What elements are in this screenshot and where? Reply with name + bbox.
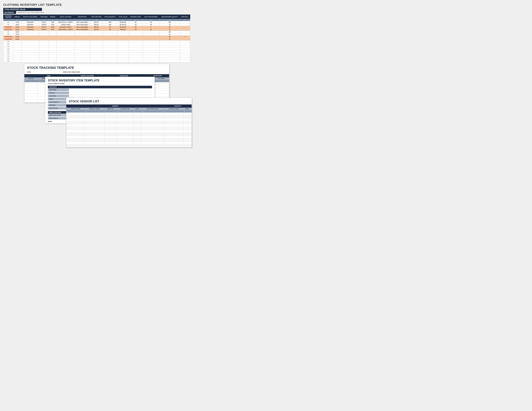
date-label: DATE <box>27 71 31 73</box>
col-header-description: DESCRIPTION <box>75 15 90 19</box>
total-inventory-label-bar: TOTAL INVENTORY VALUE <box>3 8 42 11</box>
sii-field-location: LOCATION <box>48 94 152 97</box>
th-desc: DESCRIPTION <box>117 108 133 110</box>
col-header-date: DATE OF LAST ORDER <box>21 15 39 19</box>
sii-item-info-header: ITEM INFO <box>48 86 152 88</box>
vendor-table: VENDOR CONTACT VENDOR NAME PRODUCT NAME … <box>66 104 192 147</box>
stock-vendor-list-template: STOCK VENDOR LIST VENDOR CONTACT VENDOR … <box>66 98 192 148</box>
page-title: CLOTHING INVENTORY LIST TEMPLATE <box>3 3 190 7</box>
th-contact-name: CONTACT NAME <box>164 108 183 110</box>
sii-field-item-no: ITEM NO. <box>48 91 152 94</box>
table-row: OKA1235/20/2016ITEM AColeStore Room A, S… <box>3 21 190 24</box>
th-product-name: PRODUCT NAME <box>85 108 104 110</box>
col-header-reorder-qty: ITEM REORDER QUANTITY <box>159 15 180 19</box>
table-row: OK <box>3 55 190 57</box>
inventory-table: REORDER(auto fill) ITEM NO. DATE OF LAST… <box>3 15 190 62</box>
th-vendor-name: VENDOR NAME <box>66 108 85 110</box>
th-cost: COST <box>133 108 141 110</box>
col-header-stock-qty: STOCK QUANTITY <box>103 15 117 19</box>
sii-company: YOUR COMPANY NAME <box>45 83 155 86</box>
th-item-no: ITEM NO. <box>25 77 38 80</box>
table-row: OK <box>3 57 190 60</box>
table-row: OK <box>3 43 190 45</box>
sii-field-item-name: ITEM NAME <box>48 88 152 91</box>
table-row: OK <box>3 40 190 43</box>
total-inventory-value: $13,550.00 <box>3 11 16 14</box>
col-header-reorder-level: REORDER LEVEL <box>129 15 143 19</box>
col-header-reorder: REORDER(auto fill) <box>3 15 13 19</box>
group-contact: CONTACT <box>164 105 191 108</box>
table-row: OKE123100 <box>3 31 190 33</box>
table-row: OKF12320 <box>3 33 190 36</box>
total-inventory-section: TOTAL INVENTORY VALUE $13,550.00 *Based … <box>3 8 190 14</box>
col-header-item-name: ITEM NAME <box>39 15 49 19</box>
group-vendor: VENDOR <box>66 105 164 108</box>
col-header-disc: ITEM DISC... <box>180 15 190 19</box>
templates-area: STOCK TRACKING TEMPLATE DATE EMPLOYEE SI… <box>3 64 190 157</box>
table-row: OK <box>3 48 190 50</box>
th-email: EMA... <box>183 108 191 110</box>
th-lead-time: LEAD TIME IN DAYS <box>141 108 164 110</box>
stock-tracking-title: STOCK TRACKING TEMPLATE <box>24 64 169 71</box>
signature-label: EMPLOYEE SIGNATURE <box>63 71 80 73</box>
col-header-vendor: VENDOR <box>49 15 57 19</box>
col-header-stock-location: STOCK LOCATION <box>57 15 75 19</box>
table-row: OK <box>3 60 190 62</box>
col-header-cost: COST PER ITEM <box>90 15 103 19</box>
col-header-days: DAYS PER REORDER <box>143 15 159 19</box>
table-row: REORDERH12310 <box>3 38 190 40</box>
svl-title: STOCK VENDOR LIST <box>66 98 192 104</box>
col-header-total-value: TOTAL VALUE <box>117 15 129 19</box>
sii-title: STOCK INVENTORY ITEM TEMPLATE <box>45 77 155 83</box>
table-row: OK <box>3 53 190 55</box>
th-web-link: WEB LINK <box>104 108 116 110</box>
table-row: OKB1235/20/2016ITEM BColeOutdoor PalletI… <box>3 24 190 26</box>
th-item-area: ITEM AREA <box>153 77 169 80</box>
table-row: REORDERC1235/20/2016ITEM CColeBasement, … <box>3 26 190 28</box>
total-inventory-note: *Based upon TOTAL VALUE fields, below. <box>16 12 44 13</box>
col-header-item-no: ITEM NO. <box>13 15 21 19</box>
table-row: REORDERG12350Y <box>3 36 190 38</box>
table-row: OK <box>3 45 190 48</box>
table-row: REORDERD1235/20/2016ITEM DColeStore Room… <box>3 28 190 31</box>
table-row: OK <box>3 50 190 53</box>
